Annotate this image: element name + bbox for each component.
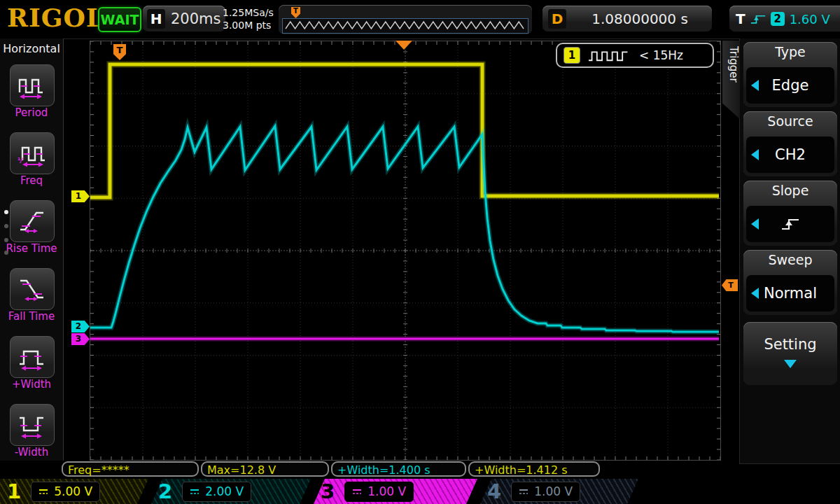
dc-coupling-icon: [519, 488, 528, 496]
left-triangle-icon: [751, 218, 759, 230]
measure-fall-time-button[interactable]: [10, 268, 55, 310]
memory-depth: 3.00M pts: [223, 19, 274, 31]
period-icon: [17, 71, 48, 99]
dc-coupling-icon: [352, 488, 362, 496]
measurement-max-value: Max=12.8 V: [207, 463, 276, 477]
channel-2-status[interactable]: 2 2.00 V: [151, 479, 311, 504]
measure-minus-width-label: -Width: [0, 446, 63, 458]
type-value-text: Edge: [772, 77, 809, 94]
ch2-scale: 2.00 V: [205, 484, 244, 498]
menu-title-slope: Slope: [743, 181, 837, 198]
preview-trigger-position-icon[interactable]: T: [291, 7, 300, 18]
slope-rising-icon: [780, 216, 800, 232]
down-triangle-icon: [784, 360, 797, 368]
ch3-scale: 1.00 V: [368, 484, 406, 498]
timebase-value: 200ms: [171, 10, 220, 27]
left-triangle-icon: [751, 288, 759, 299]
measurement-pwidth-ch2-value: +Width=1.400 s: [337, 463, 430, 477]
ch1-number: 1: [7, 479, 21, 503]
trigger-menu-tab: Trigger: [722, 41, 740, 119]
rising-edge-icon: [750, 12, 766, 26]
channel-3-status-selected[interactable]: 3 1.00 V: [314, 479, 477, 504]
ch1-scale: 5.00 V: [54, 484, 92, 498]
measurement-pwidth-ch2[interactable]: +Width=1.400 s: [331, 461, 466, 477]
ch4-scale: 1.00 V: [534, 484, 573, 498]
channel-status-bar: 1 5.00 V 2 2.00 V 3 1.00 V: [0, 479, 840, 504]
trigger-level-marker[interactable]: T: [722, 279, 738, 291]
sweep-value-text: Normal: [764, 285, 817, 302]
dc-coupling-icon: [38, 488, 48, 496]
measurement-max[interactable]: Max=12.8 V: [201, 461, 329, 477]
measurement-freq[interactable]: Freq=*****: [62, 461, 199, 477]
menu-title-sweep: Sweep: [743, 250, 837, 267]
trigger-level-value: 1.60 V: [790, 12, 830, 27]
left-triangle-icon: [751, 80, 759, 91]
ch2-number: 2: [158, 479, 172, 503]
menu-value-ch2: CH2: [746, 136, 834, 173]
measure-period-button[interactable]: [10, 64, 55, 106]
measure-freq-label: Freq: [0, 174, 63, 187]
trigger-label: T: [736, 10, 746, 27]
measure-period-label: Period: [0, 106, 63, 119]
ch2-trace: [90, 126, 719, 332]
menu-item-source[interactable]: Source CH2: [743, 111, 837, 176]
measure-freq-button[interactable]: ⅟: [10, 132, 55, 174]
trigger-channel-badge: 2: [771, 12, 785, 26]
page-indicator-dot: [4, 210, 8, 214]
plus-width-icon: [17, 343, 48, 371]
left-triangle-icon: [751, 149, 759, 160]
ch1-ground-marker[interactable]: 1: [71, 190, 90, 202]
measure-rise-time-label: Rise Time: [0, 242, 63, 255]
trigger-delay-box[interactable]: D 1.08000000 s: [542, 6, 712, 32]
menu-item-sweep[interactable]: Sweep Normal: [743, 250, 837, 315]
ch2-trace: [90, 126, 719, 332]
menu-title-type: Type: [743, 42, 837, 59]
oscilloscope-screen: { "top_bar": { "logo": "RIGOL", "status"…: [0, 0, 840, 504]
menu-title-source: Source: [743, 111, 837, 129]
ch2-ground-marker[interactable]: 2: [71, 321, 90, 332]
delay-label: D: [548, 9, 566, 29]
menu-value-normal: Normal: [746, 275, 834, 312]
minus-width-icon: [17, 411, 48, 439]
ch4-number: 4: [487, 479, 501, 503]
delay-value: 1.08000000 s: [573, 10, 706, 27]
waveform-display[interactable]: [90, 41, 721, 461]
measurement-freq-value: Freq=*****: [68, 463, 130, 477]
trigger-frequency-value: < 15Hz: [639, 48, 683, 62]
preview-window-frame: [282, 18, 528, 34]
ch3-number: 3: [321, 479, 335, 503]
fall-time-icon: [17, 275, 48, 303]
channel-1-status[interactable]: 1 5.00 V: [0, 479, 148, 504]
rigol-logo: RIGOL: [7, 3, 104, 32]
trigger-source-badge: 1: [564, 47, 580, 64]
acquisition-status-badge: WAIT: [98, 7, 141, 32]
page-indicator-dot: [4, 224, 8, 228]
menu-item-setting[interactable]: Setting: [743, 322, 837, 385]
measurement-pwidth-ch1-value: +Width=1.412 s: [475, 463, 568, 477]
menu-item-type[interactable]: Type Edge: [743, 42, 837, 107]
freq-icon: ⅟: [17, 139, 48, 167]
channel-4-status[interactable]: 4 1.00 V: [480, 479, 638, 504]
preview-waveform: [283, 19, 526, 31]
source-value-text: CH2: [775, 146, 806, 163]
waveform-preview-strip[interactable]: T: [279, 5, 532, 34]
measure-plus-width-label: +Width: [0, 378, 63, 391]
rise-time-icon: [17, 207, 48, 235]
pulse-train-icon: [587, 48, 633, 62]
measure-plus-width-button[interactable]: [10, 336, 55, 378]
measure-fall-time-label: Fall Time: [0, 310, 63, 323]
trigger-frequency-readout: 1 < 15Hz: [556, 43, 714, 68]
measurement-pwidth-ch1[interactable]: +Width=1.412 s: [468, 461, 600, 477]
measure-sidebar: Horizontal Period ⅟ Freq: [0, 38, 64, 461]
menu-value-slope: [746, 206, 834, 242]
measure-rise-time-button[interactable]: [10, 200, 55, 242]
measure-minus-width-button[interactable]: [10, 404, 55, 446]
menu-item-slope[interactable]: Slope: [743, 181, 837, 246]
sidebar-title: Horizontal: [2, 42, 61, 55]
h-label: H: [147, 9, 165, 29]
page-indicator-dot: [4, 238, 8, 242]
sample-rate: 1.25MSa/s: [223, 6, 274, 19]
horizontal-timebase-box[interactable]: H 200ms: [143, 6, 225, 32]
ch3-ground-marker[interactable]: 3: [71, 333, 90, 345]
trigger-status-box[interactable]: T 2 1.60 V: [729, 6, 840, 32]
